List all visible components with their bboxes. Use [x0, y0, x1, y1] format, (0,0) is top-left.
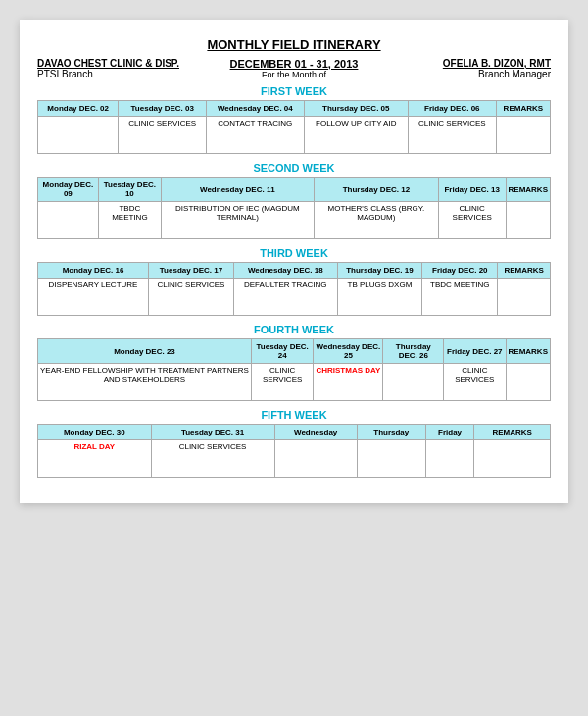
- cell-0-0: [38, 117, 119, 154]
- week-table-4: Monday DEC. 23Tuesday DEC. 24Wednesday D…: [37, 338, 551, 401]
- col-header-1-4: Friday DEC. 13: [438, 178, 506, 202]
- branch-label: PTSI Branch: [37, 69, 209, 79]
- cell-3-3: [383, 364, 444, 401]
- col-header-2-0: Monday DEC. 16: [38, 263, 149, 279]
- col-header-1-2: Wednesday DEC. 11: [162, 178, 315, 202]
- col-header-4-3: Thursday: [357, 425, 425, 440]
- cell-1-4: CLINIC SERVICES: [438, 202, 506, 239]
- col-header-0-0: Monday DEC. 02: [38, 101, 119, 117]
- month-label: For the Month of: [209, 70, 380, 79]
- cell-4-3: [357, 440, 425, 478]
- col-header-4-1: Tuesday DEC. 31: [151, 425, 274, 440]
- cell-2-5: [498, 279, 551, 316]
- header-right: OFELIA B. DIZON, RMT Branch Manager: [379, 58, 551, 79]
- cell-4-2: [274, 440, 357, 478]
- cell-4-0: RIZAL DAY: [38, 440, 152, 478]
- week-title-1: FIRST WEEK: [37, 85, 551, 97]
- col-header-3-1: Tuesday DEC. 24: [251, 339, 313, 364]
- cell-2-0: DISPENSARY LECTURE: [38, 279, 149, 316]
- col-header-0-5: REMARKS: [496, 101, 550, 117]
- col-header-0-3: Thursday DEC. 05: [304, 101, 408, 117]
- col-header-3-4: Friday DEC. 27: [444, 339, 506, 364]
- col-header-4-4: Friday: [425, 425, 474, 440]
- cell-4-5: [474, 440, 551, 478]
- cell-2-1: CLINIC SERVICES: [149, 279, 234, 316]
- col-header-4-5: REMARKS: [474, 425, 551, 440]
- week-table-5: Monday DEC. 30Tuesday DEC. 31WednesdayTh…: [37, 424, 551, 478]
- date-range: DECEMBER 01 - 31, 2013: [209, 58, 380, 70]
- cell-4-4: [425, 440, 474, 478]
- week-section-1: FIRST WEEKMonday DEC. 02Tuesday DEC. 03W…: [37, 85, 551, 154]
- main-title: MONTHLY FIELD ITINERARY: [37, 37, 551, 52]
- col-header-4-0: Monday DEC. 30: [38, 425, 152, 440]
- week-title-5: FIFTH WEEK: [37, 409, 551, 421]
- table-row: CLINIC SERVICESCONTACT TRACINGFOLLOW UP …: [38, 117, 551, 154]
- header-center: DECEMBER 01 - 31, 2013 For the Month of: [209, 58, 380, 79]
- clinic-name: DAVAO CHEST CLINIC & DISP.: [37, 58, 209, 69]
- col-header-2-2: Wednesday DEC. 18: [233, 263, 337, 279]
- cell-1-5: [506, 202, 550, 239]
- cell-4-1: CLINIC SERVICES: [151, 440, 274, 478]
- table-row: YEAR-END FELLOWSHIP WITH TREATMENT PARTN…: [38, 364, 551, 401]
- col-header-2-5: REMARKS: [498, 263, 551, 279]
- week-title-3: THIRD WEEK: [37, 247, 551, 259]
- cell-3-4: CLINIC SERVICES: [444, 364, 506, 401]
- col-header-3-0: Monday DEC. 23: [38, 339, 252, 364]
- week-section-5: FIFTH WEEKMonday DEC. 30Tuesday DEC. 31W…: [37, 409, 551, 478]
- table-row: RIZAL DAYCLINIC SERVICES: [38, 440, 551, 478]
- cell-2-3: TB PLUGS DXGM: [337, 279, 422, 316]
- col-header-0-4: Friday DEC. 06: [408, 101, 496, 117]
- week-section-3: THIRD WEEKMonday DEC. 16Tuesday DEC. 17W…: [37, 247, 551, 316]
- cell-1-3: MOTHER'S CLASS (BRGY. MAGDUM): [314, 202, 438, 239]
- page: MONTHLY FIELD ITINERARY DAVAO CHEST CLIN…: [20, 20, 568, 503]
- cell-2-2: DEFAULTER TRACING: [233, 279, 337, 316]
- col-header-2-3: Thursday DEC. 19: [337, 263, 422, 279]
- col-header-2-4: Friday DEC. 20: [422, 263, 498, 279]
- cell-3-0: YEAR-END FELLOWSHIP WITH TREATMENT PARTN…: [38, 364, 252, 401]
- weeks-container: FIRST WEEKMonday DEC. 02Tuesday DEC. 03W…: [37, 85, 551, 478]
- cell-0-5: [496, 117, 550, 154]
- col-header-1-3: Thursday DEC. 12: [314, 178, 438, 202]
- table-row: TBDC MEETINGDISTRIBUTION OF IEC (MAGDUM …: [38, 202, 551, 239]
- cell-0-1: CLINIC SERVICES: [119, 117, 207, 154]
- cell-0-4: CLINIC SERVICES: [408, 117, 496, 154]
- col-header-0-2: Wednesday DEC. 04: [207, 101, 305, 117]
- week-section-4: FOURTH WEEKMonday DEC. 23Tuesday DEC. 24…: [37, 324, 551, 401]
- col-header-3-3: Thursday DEC. 26: [383, 339, 444, 364]
- col-header-1-0: Monday DEC. 09: [38, 178, 99, 202]
- week-table-1: Monday DEC. 02Tuesday DEC. 03Wednesday D…: [37, 100, 551, 154]
- col-header-1-1: Tuesday DEC. 10: [98, 178, 161, 202]
- week-table-3: Monday DEC. 16Tuesday DEC. 17Wednesday D…: [37, 262, 551, 316]
- header-row: DAVAO CHEST CLINIC & DISP. PTSI Branch D…: [37, 58, 551, 79]
- week-title-2: SECOND WEEK: [37, 162, 551, 174]
- col-header-3-5: REMARKS: [506, 339, 551, 364]
- cell-1-2: DISTRIBUTION OF IEC (MAGDUM TERMINAL): [162, 202, 315, 239]
- week-table-2: Monday DEC. 09Tuesday DEC. 10Wednesday D…: [37, 177, 551, 239]
- week-title-4: FOURTH WEEK: [37, 324, 551, 335]
- cell-3-2: CHRISTMAS DAY: [314, 364, 383, 401]
- col-header-4-2: Wednesday: [274, 425, 357, 440]
- cell-3-1: CLINIC SERVICES: [251, 364, 313, 401]
- manager-label: Branch Manager: [379, 69, 551, 79]
- col-header-3-2: Wednesday DEC. 25: [314, 339, 383, 364]
- col-header-1-5: REMARKS: [506, 178, 550, 202]
- col-header-0-1: Tuesday DEC. 03: [119, 101, 207, 117]
- col-header-2-1: Tuesday DEC. 17: [149, 263, 234, 279]
- cell-0-3: FOLLOW UP CITY AID: [304, 117, 408, 154]
- week-section-2: SECOND WEEKMonday DEC. 09Tuesday DEC. 10…: [37, 162, 551, 239]
- manager-name: OFELIA B. DIZON, RMT: [379, 58, 551, 69]
- header-left: DAVAO CHEST CLINIC & DISP. PTSI Branch: [37, 58, 209, 79]
- cell-1-1: TBDC MEETING: [98, 202, 161, 239]
- table-row: DISPENSARY LECTURECLINIC SERVICESDEFAULT…: [38, 279, 551, 316]
- cell-1-0: [38, 202, 99, 239]
- cell-3-5: [506, 364, 551, 401]
- cell-0-2: CONTACT TRACING: [207, 117, 305, 154]
- cell-2-4: TBDC MEETING: [422, 279, 498, 316]
